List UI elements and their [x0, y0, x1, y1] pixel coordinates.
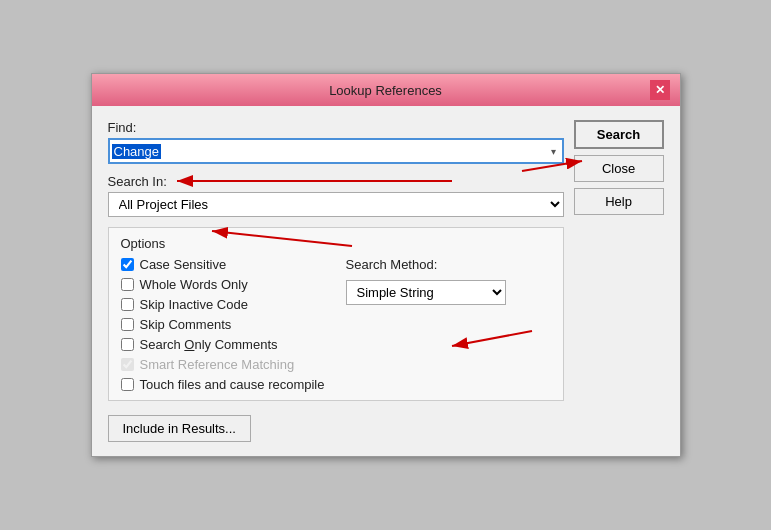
title-bar: Lookup References ✕ — [92, 74, 680, 106]
options-columns: Case Sensitive Whole Words Only Skip Ina… — [121, 257, 551, 392]
close-icon-button[interactable]: ✕ — [650, 80, 670, 100]
bottom-row: Include in Results... — [108, 415, 564, 442]
search-only-comments-checkbox[interactable] — [121, 338, 134, 351]
touch-files-checkbox[interactable] — [121, 378, 134, 391]
checkbox-smart-ref: Smart Reference Matching — [121, 357, 326, 372]
find-section: Find: Change ▾ — [108, 120, 564, 164]
lookup-references-dialog: Lookup References ✕ Find: Change ▾ — [91, 73, 681, 457]
options-group: Options Case Sensitive Whole Words Only — [108, 227, 564, 401]
find-label: Find: — [108, 120, 564, 135]
search-in-section: Search In: All Project Files Current Fil… — [108, 174, 564, 217]
smart-ref-checkbox — [121, 358, 134, 371]
search-method-select[interactable]: Simple String Regular Expression Wildcar… — [346, 280, 506, 305]
skip-comments-checkbox[interactable] — [121, 318, 134, 331]
search-only-comments-label[interactable]: Search Only Comments — [140, 337, 278, 352]
search-in-select[interactable]: All Project Files Current File Open File… — [108, 192, 564, 217]
touch-files-label[interactable]: Touch files and cause recompile — [140, 377, 325, 392]
case-sensitive-checkbox[interactable] — [121, 258, 134, 271]
dialog-title: Lookup References — [122, 83, 650, 98]
checkbox-skip-inactive: Skip Inactive Code — [121, 297, 326, 312]
find-input-box: Change ▾ — [108, 138, 564, 164]
checkbox-skip-comments: Skip Comments — [121, 317, 326, 332]
case-sensitive-label[interactable]: Case Sensitive — [140, 257, 227, 272]
options-left: Case Sensitive Whole Words Only Skip Ina… — [121, 257, 326, 392]
checkbox-search-only-comments: Search Only Comments — [121, 337, 326, 352]
find-input-selected[interactable]: Change — [112, 144, 162, 159]
options-title: Options — [121, 236, 551, 251]
buttons-area: Search Close Help — [574, 120, 664, 215]
main-area: Find: Change ▾ Search In: All Project Fi… — [108, 120, 564, 442]
close-button[interactable]: Close — [574, 155, 664, 182]
checkbox-whole-words: Whole Words Only — [121, 277, 326, 292]
find-dropdown-arrow[interactable]: ▾ — [551, 146, 560, 157]
checkbox-case-sensitive: Case Sensitive — [121, 257, 326, 272]
skip-inactive-label[interactable]: Skip Inactive Code — [140, 297, 248, 312]
dialog-body: Find: Change ▾ Search In: All Project Fi… — [92, 106, 680, 456]
skip-comments-label[interactable]: Skip Comments — [140, 317, 232, 332]
include-in-results-button[interactable]: Include in Results... — [108, 415, 251, 442]
search-in-label: Search In: — [108, 174, 564, 189]
checkbox-touch-files: Touch files and cause recompile — [121, 377, 326, 392]
search-button[interactable]: Search — [574, 120, 664, 149]
skip-inactive-checkbox[interactable] — [121, 298, 134, 311]
whole-words-label[interactable]: Whole Words Only — [140, 277, 248, 292]
search-method-label: Search Method: — [346, 257, 551, 272]
whole-words-checkbox[interactable] — [121, 278, 134, 291]
help-button[interactable]: Help — [574, 188, 664, 215]
options-right: Search Method: Simple String Regular Exp… — [346, 257, 551, 392]
main-row: Find: Change ▾ Search In: All Project Fi… — [108, 120, 664, 442]
smart-ref-label: Smart Reference Matching — [140, 357, 295, 372]
